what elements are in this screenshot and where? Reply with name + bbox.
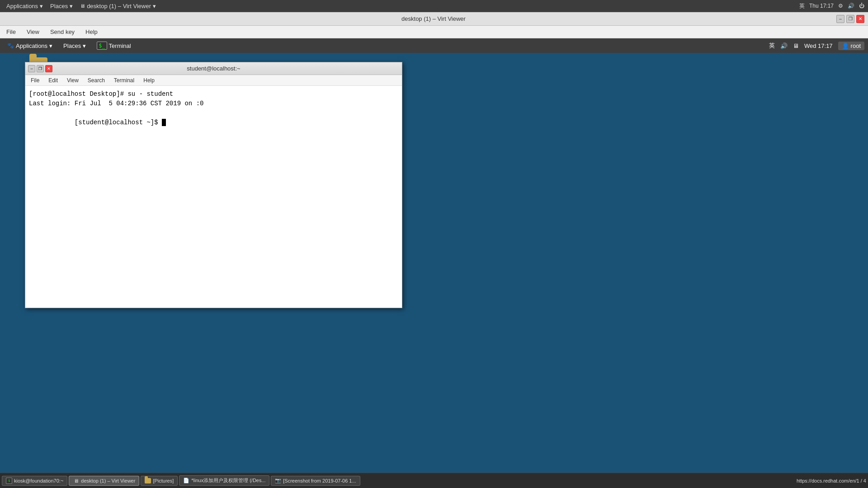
host-topbar-left: Applications ▾ Places ▾ 🖥 desktop (1) – … bbox=[4, 2, 159, 10]
host-taskbar-right: https://docs.redhat.com/en/1 / 4 bbox=[797, 478, 866, 483]
kiosk-terminal-icon: $ bbox=[6, 478, 12, 484]
terminal-controls: – ❐ ✕ bbox=[28, 65, 52, 72]
guest-applications-menu[interactable]: 🐾 Applications ▾ bbox=[4, 42, 56, 50]
host-topbar: Applications ▾ Places ▾ 🖥 desktop (1) – … bbox=[0, 0, 868, 12]
guest-terminal-applet[interactable]: $_ Terminal bbox=[93, 41, 135, 51]
terminal-titlebar: – ❐ ✕ student@localhost:~ bbox=[25, 62, 402, 75]
terminal-menu-view[interactable]: View bbox=[65, 76, 80, 84]
virt-viewer-menubar: File View Send key Help bbox=[0, 26, 868, 38]
terminal-body[interactable]: [root@localhost Desktop]# su - student L… bbox=[25, 86, 402, 308]
host-applications-menu[interactable]: Applications ▾ bbox=[4, 2, 46, 10]
terminal-line-1: [root@localhost Desktop]# su - student bbox=[29, 89, 398, 99]
terminal-window: – ❐ ✕ student@localhost:~ File Edit View… bbox=[25, 62, 402, 308]
guest-lang[interactable]: 英 bbox=[769, 42, 775, 50]
host-applications-label: Applications bbox=[6, 3, 38, 9]
guest-applications-chevron: ▾ bbox=[49, 42, 52, 49]
guest-datetime: Wed 17:17 bbox=[804, 42, 833, 49]
host-task-pictures-label: [Pictures] bbox=[153, 478, 174, 483]
virt-viewer-restore[interactable]: ❐ bbox=[846, 15, 854, 23]
guest-applications-icon: 🐾 bbox=[7, 42, 14, 49]
host-task-kiosk-label: kiosk@foundation70:~ bbox=[14, 478, 63, 483]
screenshot-task-icon: 📷 bbox=[275, 478, 281, 484]
virt-viewer-titlebar: desktop (1) – Virt Viewer – ❐ ✕ bbox=[0, 12, 868, 26]
guest-places-chevron: ▾ bbox=[83, 42, 86, 49]
terminal-cursor bbox=[162, 119, 166, 126]
terminal-menu-terminal[interactable]: Terminal bbox=[112, 76, 136, 84]
host-window-label: desktop (1) – Virt Viewer bbox=[87, 3, 151, 9]
virt-viewer-title: desktop (1) – Virt Viewer bbox=[31, 15, 836, 22]
pictures-task-icon bbox=[145, 478, 151, 484]
desktop-content: – ❐ ✕ student@localhost:~ File Edit View… bbox=[0, 53, 868, 488]
guest-panel: 🐾 Applications ▾ Places ▾ $_ Terminal 英 … bbox=[0, 38, 868, 53]
terminal-line-3: [student@localhost ~]$ bbox=[29, 108, 398, 137]
terminal-menu-search[interactable]: Search bbox=[86, 76, 107, 84]
guest-area: 🐾 Applications ▾ Places ▾ $_ Terminal 英 … bbox=[0, 38, 868, 488]
host-settings-icon[interactable]: ⚙ bbox=[838, 3, 843, 9]
guest-panel-right: 英 🔊 🖥 Wed 17:17 👤 root bbox=[769, 42, 864, 50]
host-power-icon[interactable]: ⏻ bbox=[859, 3, 864, 9]
host-applications-chevron: ▾ bbox=[40, 3, 43, 9]
host-task-kiosk[interactable]: $ kiosk@foundation70:~ bbox=[2, 476, 67, 486]
guest-applications-label: Applications bbox=[16, 42, 47, 49]
host-task-linux-doc[interactable]: 📄 *linux添加用户及权限管理 (/Des... bbox=[179, 475, 269, 486]
terminal-menu-file[interactable]: File bbox=[29, 76, 41, 84]
host-window-chevron: ▾ bbox=[153, 3, 156, 9]
guest-places-menu[interactable]: Places ▾ bbox=[60, 42, 90, 50]
guest-root-label: root bbox=[851, 42, 861, 49]
host-task-pictures[interactable]: [Pictures] bbox=[141, 476, 178, 486]
guest-terminal-icon: $_ bbox=[97, 42, 107, 50]
guest-terminal-label: Terminal bbox=[109, 42, 131, 49]
virt-viewer-menu-view[interactable]: View bbox=[24, 28, 42, 36]
host-places-chevron: ▾ bbox=[70, 3, 73, 9]
host-places-label: Places bbox=[50, 3, 68, 9]
virt-viewer-window: desktop (1) – Virt Viewer – ❐ ✕ File Vie… bbox=[0, 12, 868, 488]
guest-panel-left: 🐾 Applications ▾ Places ▾ $_ Terminal bbox=[4, 41, 135, 51]
terminal-close[interactable]: ✕ bbox=[45, 65, 52, 72]
host-task-screenshot[interactable]: 📷 [Screenshot from 2019-07-06 1... bbox=[271, 476, 360, 486]
virt-viewer-minimize[interactable]: – bbox=[836, 15, 844, 23]
terminal-restore[interactable]: ❐ bbox=[37, 65, 44, 72]
virt-viewer-menu-help[interactable]: Help bbox=[83, 28, 100, 36]
terminal-menubar: File Edit View Search Terminal Help bbox=[25, 75, 402, 86]
host-task-virt-label: desktop (1) – Virt Viewer bbox=[81, 478, 135, 483]
host-taskbar-left: $ kiosk@foundation70:~ 🖥 desktop (1) – V… bbox=[2, 475, 360, 486]
terminal-menu-edit[interactable]: Edit bbox=[47, 76, 60, 84]
guest-screen-icon[interactable]: 🖥 bbox=[793, 42, 799, 49]
virt-viewer-task-icon: 🖥 bbox=[73, 478, 79, 484]
host-volume-icon[interactable]: 🔊 bbox=[848, 3, 854, 9]
guest-root-badge[interactable]: 👤 root bbox=[838, 42, 864, 50]
virt-viewer-menu-file[interactable]: File bbox=[4, 28, 19, 36]
guest-places-label: Places bbox=[63, 42, 81, 49]
terminal-minimize[interactable]: – bbox=[28, 65, 35, 72]
terminal-menu-help[interactable]: Help bbox=[142, 76, 156, 84]
host-taskbar: $ kiosk@foundation70:~ 🖥 desktop (1) – V… bbox=[0, 473, 868, 488]
host-lang[interactable]: 英 bbox=[799, 2, 805, 10]
virt-viewer-menu-sendkey[interactable]: Send key bbox=[47, 28, 77, 36]
host-datetime: Thu 17:17 bbox=[809, 3, 834, 9]
virt-viewer-close[interactable]: ✕ bbox=[856, 15, 864, 23]
host-url: https://docs.redhat.com/en/1 / 4 bbox=[797, 478, 866, 483]
terminal-title: student@localhost:~ bbox=[52, 65, 375, 72]
guest-root-icon: 👤 bbox=[842, 42, 849, 49]
host-topbar-right: 英 Thu 17:17 ⚙ 🔊 ⏻ bbox=[799, 2, 864, 10]
host-window-icon: 🖥 bbox=[80, 3, 85, 9]
guest-volume-icon[interactable]: 🔊 bbox=[780, 42, 788, 49]
doc-task-icon: 📄 bbox=[183, 478, 189, 484]
host-task-virt-viewer[interactable]: 🖥 desktop (1) – Virt Viewer bbox=[69, 476, 139, 486]
terminal-line-2: Last login: Fri Jul 5 04:29:36 CST 2019 … bbox=[29, 99, 398, 108]
terminal-prompt: [student@localhost ~]$ bbox=[75, 119, 162, 126]
host-task-linux-doc-label: *linux添加用户及权限管理 (/Des... bbox=[191, 477, 265, 484]
host-task-screenshot-label: [Screenshot from 2019-07-06 1... bbox=[283, 478, 356, 483]
host-places-menu[interactable]: Places ▾ bbox=[47, 2, 75, 10]
host-window-menu[interactable]: 🖥 desktop (1) – Virt Viewer ▾ bbox=[77, 2, 159, 10]
virt-viewer-controls: – ❐ ✕ bbox=[836, 15, 864, 23]
